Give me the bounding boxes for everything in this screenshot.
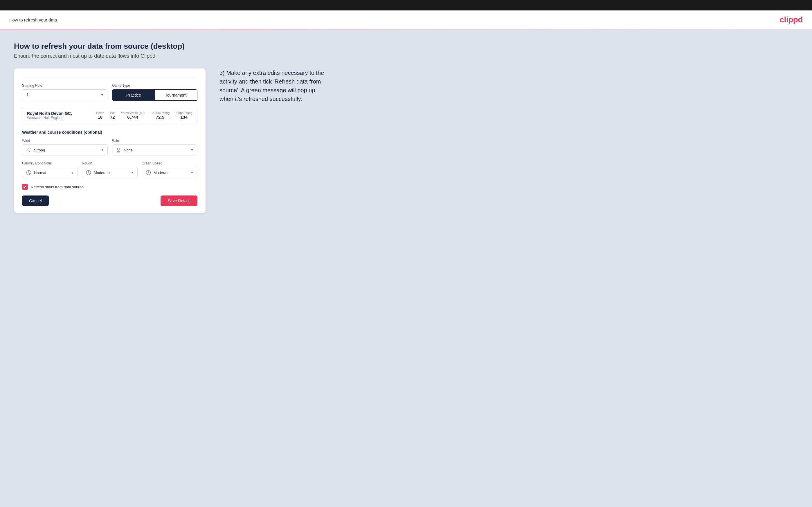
game-type-section: Game Type Practice Tournament [112,83,197,101]
conditions-row-2: Fairway Conditions Normal Soft Firm [22,161,197,178]
starting-hole-label: Starting Hole [22,83,107,88]
tournament-button[interactable]: Tournament [155,90,197,100]
clippd-logo: clippd [780,15,803,24]
header: How to refresh your data clippd [0,10,812,30]
rough-label: Rough [82,161,138,165]
course-info-box: Royal North Devon GC, Westward Ho!, Engl… [22,107,197,124]
main-content: How to refresh your data from source (de… [0,30,812,507]
wind-select[interactable]: Strong Light Moderate None [34,148,98,152]
fairway-label: Fairway Conditions [22,161,78,165]
form-top-row: Starting Hole 1 10 ▼ Game Type Practice … [22,83,197,101]
green-speed-arrow: ▼ [191,171,194,174]
game-type-label: Game Type [112,83,197,88]
yards-value: 6,744 [127,115,138,119]
green-speed-label: Green Speed [142,161,197,165]
page-heading: How to refresh your data from source (de… [14,42,798,51]
par-value: 72 [110,115,115,119]
svg-point-0 [117,148,119,150]
rain-label: Rain [112,138,197,143]
save-button[interactable]: Save Details [160,195,197,206]
rough-field: Rough Moderate Light Heavy ▼ [82,161,138,178]
conditions-row-1: Wind Strong Light Moderate None [22,138,197,156]
sidebar-text-block: 3) Make any extra edits necessary to the… [219,68,330,103]
course-name: Royal North Devon GC, [27,111,92,116]
fairway-icon [26,170,32,175]
refresh-checkbox-row: Refresh shots from data source [22,184,197,190]
content-row: Starting Hole 1 10 ▼ Game Type Practice … [14,68,798,213]
rain-icon [115,147,121,153]
wind-arrow: ▼ [101,148,104,152]
rain-select[interactable]: None Light Heavy [124,148,188,152]
refresh-checkbox[interactable] [22,184,28,190]
page-subheading: Ensure the correct and most up to date d… [14,53,798,59]
course-rating-value: 72.5 [156,115,164,119]
starting-hole-select[interactable]: 1 10 [22,89,107,100]
conditions-title: Weather and course conditions (optional) [22,130,197,134]
par-label: Par [110,111,115,115]
practice-button[interactable]: Practice [113,90,155,100]
course-rating-stat: Course rating 72.5 [150,111,169,120]
rain-field: Rain None Light Heavy [112,138,197,156]
holes-stat: Holes 18 [96,111,104,120]
green-speed-select[interactable]: Moderate Slow Fast [154,171,188,175]
fairway-select-wrapper[interactable]: Normal Soft Firm ▼ [22,167,78,178]
sidebar-description: 3) Make any extra edits necessary to the… [219,68,330,103]
slope-rating-value: 134 [180,115,188,119]
rough-arrow: ▼ [131,171,134,174]
cancel-button[interactable]: Cancel [22,195,49,206]
starting-hole-section: Starting Hole 1 10 ▼ [22,83,107,101]
course-name-block: Royal North Devon GC, Westward Ho!, Engl… [27,111,92,120]
yards-stat: Yards/White (M)) 6,744 [121,111,145,120]
slope-rating-stat: Slope rating 134 [175,111,193,120]
par-stat: Par 72 [110,111,115,120]
fairway-arrow: ▼ [71,171,74,174]
rain-select-wrapper[interactable]: None Light Heavy ▼ [112,145,197,156]
green-speed-select-wrapper[interactable]: Moderate Slow Fast ▼ [142,167,197,178]
game-type-toggle: Practice Tournament [112,89,197,101]
slope-rating-label: Slope rating [175,111,193,115]
green-speed-icon [145,170,151,175]
wind-icon [26,147,32,153]
form-card: Starting Hole 1 10 ▼ Game Type Practice … [14,68,206,213]
card-top-edge [22,76,197,78]
wind-select-wrapper[interactable]: Strong Light Moderate None ▼ [22,145,108,156]
course-location: Westward Ho!, England [27,116,92,120]
button-row: Cancel Save Details [22,195,197,206]
holes-value: 18 [98,115,102,119]
header-title: How to refresh your data [9,17,57,22]
rough-select[interactable]: Moderate Light Heavy [94,171,128,175]
fairway-select[interactable]: Normal Soft Firm [34,171,68,175]
fairway-field: Fairway Conditions Normal Soft Firm [22,161,78,178]
course-stats: Holes 18 Par 72 Yards/White (M)) 6,744 C… [96,111,193,120]
rough-icon [86,170,92,175]
starting-hole-wrapper[interactable]: 1 10 ▼ [22,89,107,100]
course-rating-label: Course rating [150,111,169,115]
wind-label: Wind [22,138,108,143]
green-speed-field: Green Speed Moderate Slow Fast ▼ [142,161,197,178]
wind-field: Wind Strong Light Moderate None [22,138,108,156]
rain-arrow: ▼ [191,148,194,152]
rough-select-wrapper[interactable]: Moderate Light Heavy ▼ [82,167,138,178]
refresh-label: Refresh shots from data source [31,185,83,189]
holes-label: Holes [96,111,104,115]
yards-label: Yards/White (M)) [121,111,145,115]
